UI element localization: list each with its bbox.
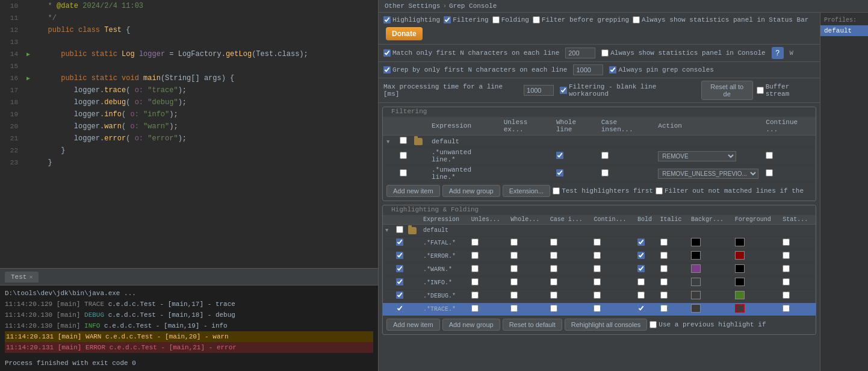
hl-case-cb-debug[interactable] [550,292,557,299]
extension-button[interactable]: Extension... [503,185,550,197]
hl-whole-cb-trace[interactable] [510,305,518,312]
hl-bg-color-fatal[interactable] [691,238,701,246]
hl-checkbox-info[interactable] [396,278,403,285]
hl-contin-cb-warn[interactable] [594,265,601,272]
hl-bg-color-warn[interactable] [691,264,701,273]
hl-fg-color-error[interactable] [735,251,745,260]
cb-folding[interactable] [492,16,500,23]
hl-bold-cb-fatal[interactable] [637,238,645,246]
hl-bold-cb-warn[interactable] [637,265,645,272]
hl-contin-cb-debug[interactable] [594,292,601,299]
reset-to-default-button[interactable]: Reset to default [503,319,562,331]
hl-bg-info[interactable] [689,276,733,290]
hl-fg-color-fatal[interactable] [735,238,745,246]
cb-filtering-blank[interactable] [560,87,567,94]
hl-bg-error[interactable] [689,250,733,263]
cb-grep-first[interactable] [383,66,391,73]
match-n-input[interactable] [565,48,595,58]
grep-n-input[interactable] [573,64,603,75]
hl-italic-cb-warn[interactable] [660,265,668,272]
cb-buffer-stream[interactable] [757,87,764,94]
hl-bg-warn[interactable] [689,263,733,276]
hl-group-checkbox[interactable] [396,226,403,233]
hl-bg-color-trace[interactable] [691,304,701,313]
hl-italic-cb-fatal[interactable] [660,238,668,246]
hl-fg-error[interactable] [733,250,781,263]
hl-bg-trace[interactable] [689,303,733,316]
whole-cb-2[interactable] [556,169,563,176]
cb-match-first[interactable] [383,49,391,57]
add-new-item-hl-button[interactable]: Add new item [386,319,440,331]
hl-unless-cb-warn[interactable] [471,265,479,272]
hl-stat-cb-debug[interactable] [783,292,790,299]
action-select-2[interactable]: REMOVE_UNLESS_PREVIO... [658,169,758,179]
item-checkbox-1[interactable] [400,152,407,159]
cb-filtering[interactable] [444,16,451,23]
hl-group-expand[interactable]: ▼ [383,225,394,237]
hl-case-cb-warn[interactable] [550,265,557,272]
hl-unless-cb-trace[interactable] [471,305,479,312]
hl-italic-cb-info[interactable] [660,278,668,285]
hl-case-cb-trace[interactable] [550,305,557,312]
hl-fg-color-info[interactable] [735,278,745,286]
cb-test-highlighters[interactable] [553,187,560,195]
action-select-1[interactable]: REMOVE [658,151,736,161]
hl-checkbox-warn[interactable] [396,265,403,272]
add-new-group-hl-button[interactable]: Add new group [442,319,500,331]
hl-contin-cb-trace[interactable] [594,305,601,312]
cb-always-show-status[interactable] [633,16,640,23]
hl-whole-cb-debug[interactable] [510,292,518,299]
hl-fg-trace[interactable] [733,303,781,316]
hl-fg-info[interactable] [733,276,781,290]
hl-case-cb-fatal[interactable] [550,238,557,246]
hl-contin-cb-error[interactable] [594,252,601,259]
hl-whole-cb-info[interactable] [510,278,518,285]
group-expand[interactable]: ▼ [383,136,396,148]
hl-unless-cb-error[interactable] [471,252,479,259]
cb-highlighting[interactable] [383,16,391,23]
hl-case-cb-info[interactable] [550,278,557,285]
hl-checkbox-debug[interactable] [396,292,403,299]
hl-italic-cb-debug[interactable] [660,292,668,299]
hl-stat-cb-error[interactable] [783,252,790,259]
add-new-item-filter-button[interactable]: Add new item [386,185,440,197]
console-tab[interactable]: Test ✕ [5,272,39,282]
hl-stat-cb-warn[interactable] [783,265,790,272]
hl-unless-cb-debug[interactable] [471,292,479,299]
hl-fg-color-trace[interactable] [735,304,745,313]
hl-italic-cb-error[interactable] [660,252,668,259]
cb-filter-before[interactable] [533,16,540,23]
reset-button[interactable]: Reset all to de [701,81,753,100]
hl-unless-cb-fatal[interactable] [471,238,479,246]
console-tab-close[interactable]: ✕ [29,273,33,281]
hl-bg-fatal[interactable] [689,237,733,250]
add-new-group-filter-button[interactable]: Add new group [442,185,500,197]
hl-fg-debug[interactable] [733,290,781,303]
continue-cb-1[interactable] [766,152,773,159]
hl-bg-color-info[interactable] [691,278,701,286]
whole-cb-1[interactable] [556,152,563,159]
hl-bold-cb-trace[interactable] [637,305,645,312]
hl-checkbox-trace[interactable] [396,305,403,312]
hl-stat-cb-fatal[interactable] [783,238,790,246]
hl-checkbox-fatal[interactable] [396,238,403,246]
hl-case-cb-error[interactable] [550,252,557,259]
donate-button[interactable]: Donate [386,27,423,40]
question-button[interactable]: ? [772,47,784,59]
hl-bg-color-error[interactable] [691,251,701,260]
hl-stat-cb-info[interactable] [783,278,790,285]
hl-contin-cb-info[interactable] [594,278,601,285]
case-cb-1[interactable] [601,152,609,159]
rehighlight-button[interactable]: Rehighlight all consoles [565,319,648,331]
hl-contin-cb-fatal[interactable] [594,238,601,246]
group-checkbox[interactable] [400,137,407,144]
hl-fg-fatal[interactable] [733,237,781,250]
hl-whole-cb-warn[interactable] [510,265,518,272]
hl-bg-color-debug[interactable] [691,291,701,299]
cb-filter-out[interactable] [656,187,663,195]
profile-default[interactable]: default [820,25,868,36]
cb-always-console[interactable] [601,49,609,57]
hl-stat-cb-trace[interactable] [783,305,790,312]
case-cb-2[interactable] [601,169,609,176]
hl-unless-cb-info[interactable] [471,278,479,285]
